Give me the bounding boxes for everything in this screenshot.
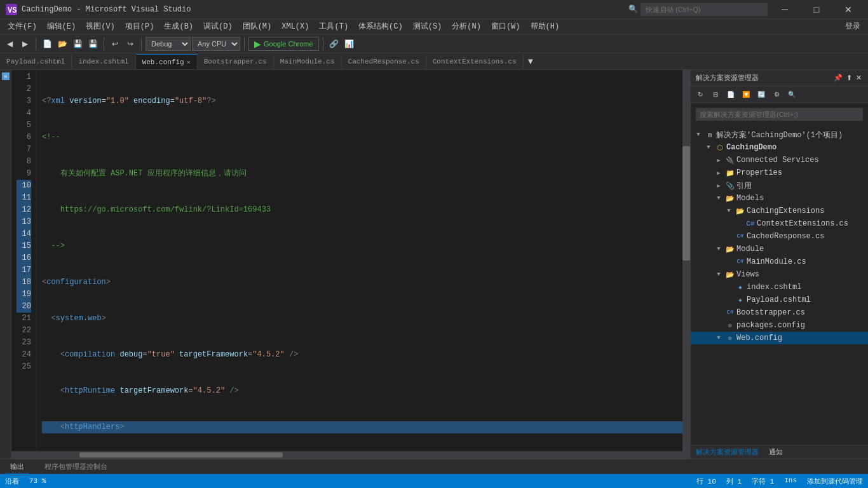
scrollbar-thumb[interactable]	[682, 146, 690, 261]
line-num-21: 21	[17, 313, 31, 325]
tree-connected-services[interactable]: ▶ 🔌 Connected Services	[691, 154, 868, 166]
tree-packages-config[interactable]: ▶ ⚙ packages.config	[691, 319, 868, 332]
tab-index[interactable]: index.cshtml	[72, 54, 135, 69]
toolbar-undo[interactable]: ↩	[108, 37, 122, 51]
se-undock-button[interactable]: ⬆	[845, 74, 853, 82]
line-num-3: 3	[17, 95, 31, 107]
se-refresh[interactable]: ↻	[693, 88, 707, 102]
toolbar-attach[interactable]: 🔗	[327, 37, 341, 51]
tree-references[interactable]: ▶ 📎 引用	[691, 179, 868, 192]
tab-bootstrapper[interactable]: Bootstrapper.cs	[198, 54, 274, 69]
se-sync-files[interactable]: 🔄	[754, 88, 768, 102]
tree-mainmodule[interactable]: ▶ C# MainModule.cs	[691, 255, 868, 268]
editor-scrollbar-h[interactable]	[11, 451, 690, 459]
debug-config-dropdown[interactable]: Debug Release	[146, 37, 191, 51]
platform-dropdown[interactable]: Any CPU x86 x64	[192, 37, 240, 51]
tree-context-ext[interactable]: ▶ C# ContextExtensions.cs	[691, 217, 868, 230]
run-icon: ▶	[254, 39, 261, 49]
se-settings[interactable]: ⚙	[770, 88, 783, 102]
toolbar-redo[interactable]: ↪	[123, 37, 137, 51]
connected-services-label: Connected Services	[736, 156, 819, 165]
tree-solution[interactable]: ▼ ⊞ 解决方案'CachingDemo'(1个项目)	[691, 128, 868, 141]
vs-logo: VS	[5, 3, 18, 16]
se-search-input[interactable]	[696, 108, 863, 121]
menu-help[interactable]: 帮助(H)	[526, 19, 565, 34]
minimize-button[interactable]: ─	[770, 0, 799, 19]
menu-xml[interactable]: XML(X)	[276, 19, 314, 34]
menu-view[interactable]: 视图(V)	[81, 19, 120, 34]
quick-launch-input[interactable]	[641, 3, 768, 16]
menu-project[interactable]: 项目(P)	[120, 19, 159, 34]
menu-test[interactable]: 测试(S)	[408, 19, 447, 34]
toolbar-sep-5	[323, 37, 323, 50]
close-button[interactable]: ✕	[834, 0, 863, 19]
menu-build[interactable]: 生成(B)	[159, 19, 198, 34]
code-text[interactable]: <?xml version="1.0" encoding="utf-8"?> <…	[37, 70, 682, 451]
toolbar-open[interactable]: 📂	[55, 37, 69, 51]
menu-file[interactable]: 文件(F)	[3, 19, 42, 34]
tree-index-cshtml[interactable]: ▶ ◈ index.cshtml	[691, 281, 868, 294]
activity-bar: ⊞	[0, 70, 11, 459]
tree-payload-cshtml[interactable]: ▶ ◈ Payload.cshtml	[691, 294, 868, 306]
tree-models[interactable]: ▼ 📂 Models	[691, 192, 868, 205]
se-pin-button[interactable]: 📌	[832, 74, 844, 82]
menu-analyze[interactable]: 分析(N)	[447, 19, 486, 34]
code-line-6: <configuration>	[42, 276, 682, 288]
tree-module[interactable]: ▼ 📂 Module	[691, 243, 868, 255]
add-to-source-control[interactable]: 添加到源代码管理	[807, 477, 863, 486]
context-ext-label: ContextExtensions.cs	[757, 219, 848, 228]
menu-debug[interactable]: 调试(D)	[198, 19, 238, 34]
menu-window[interactable]: 窗口(W)	[486, 19, 526, 34]
tab-overflow-button[interactable]: ▼	[524, 53, 538, 69]
se-tab-notifications[interactable]: 通知	[769, 447, 783, 457]
tab-payload[interactable]: Payload.cshtml	[0, 54, 72, 69]
toolbar-forward[interactable]: ▶	[18, 37, 32, 51]
packages-config-label: packages.config	[736, 321, 805, 330]
toolbar-new[interactable]: 📄	[40, 37, 54, 51]
tree-project[interactable]: ▼ ⬡ CachingDemo	[691, 141, 868, 154]
tab-cachedresponse[interactable]: CachedResponse.cs	[342, 54, 426, 69]
scrollbar-h-thumb[interactable]	[79, 452, 283, 458]
tree-caching-ext[interactable]: ▼ 📂 CachingExtensions	[691, 205, 868, 217]
toolbar-perf[interactable]: 📊	[342, 37, 356, 51]
maximize-button[interactable]: □	[802, 0, 831, 19]
tab-mainmodule[interactable]: MainModule.cs	[274, 54, 342, 69]
output-tab[interactable]: 输出	[5, 461, 29, 473]
package-manager-tab[interactable]: 程序包管理器控制台	[39, 461, 112, 473]
toolbar-save[interactable]: 💾	[71, 37, 85, 51]
mainmodule-label: MainModule.cs	[747, 257, 806, 266]
se-bottom-tabs: 解决方案资源管理器 通知	[691, 445, 868, 459]
tab-close-webconfig[interactable]: ✕	[187, 58, 191, 66]
toolbar-back[interactable]: ◀	[3, 37, 17, 51]
se-show-files[interactable]: 📄	[724, 88, 738, 102]
menu-team[interactable]: 团队(M)	[238, 19, 277, 34]
se-tab-solution-explorer[interactable]: 解决方案资源管理器	[696, 447, 759, 457]
title-bar: VS CachingDemo - Microsoft Visual Studio…	[0, 0, 868, 19]
toolbar-sep-3	[141, 37, 142, 50]
tree-properties[interactable]: ▶ 📁 Properties	[691, 166, 868, 179]
run-button[interactable]: ▶ Google Chrome	[248, 37, 319, 51]
se-close-button[interactable]: ✕	[855, 74, 863, 82]
login-button[interactable]: 登录	[840, 19, 865, 34]
menu-edit[interactable]: 编辑(E)	[42, 19, 81, 34]
toolbar: ◀ ▶ 📄 📂 💾 💾 ↩ ↪ Debug Release Any CPU x8…	[0, 34, 868, 53]
tree-bootstrapper[interactable]: ▶ C# Bootstrapper.cs	[691, 306, 868, 319]
editor-scroll-area: 1 2 3 4 5 6 7 8 9 10 11 12 13 14 15 16 1	[11, 70, 690, 451]
se-search-btn[interactable]: 🔍	[785, 88, 799, 102]
menu-arch[interactable]: 体系结构(C)	[353, 19, 408, 34]
tree-web-config[interactable]: ▼ ⚙ Web.config	[691, 332, 868, 344]
index-cshtml-icon: ◈	[735, 282, 745, 292]
branch-indicator[interactable]: 沿着	[5, 477, 19, 486]
tab-contextextensions[interactable]: ContextExtensions.cs	[426, 54, 524, 69]
tree-views[interactable]: ▼ 📂 Views	[691, 268, 868, 281]
menu-tools[interactable]: 工具(T)	[314, 19, 353, 34]
caching-ext-arrow: ▼	[724, 206, 734, 216]
tab-webconfig[interactable]: Web.config ✕	[136, 54, 198, 69]
context-ext-icon: C#	[745, 219, 756, 229]
solution-icon: ⊞	[705, 130, 715, 140]
editor-scrollbar-v[interactable]	[682, 70, 690, 451]
toolbar-saveall[interactable]: 💾	[86, 37, 100, 51]
se-collapse-all[interactable]: ⊟	[709, 88, 722, 102]
se-filter[interactable]: 🔽	[739, 88, 753, 102]
tree-cached-response[interactable]: ▶ C# CachedResponse.cs	[691, 230, 868, 243]
